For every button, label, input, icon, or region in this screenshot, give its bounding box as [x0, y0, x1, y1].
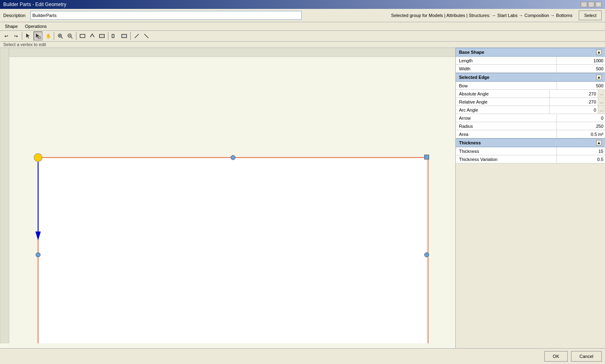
- prop-area-label: Area: [456, 130, 556, 138]
- prop-width-label: Width: [456, 65, 556, 72]
- menu-bar: Shape Operations: [0, 22, 605, 31]
- prop-thickness-variation: Thickness Variation 0.5: [456, 155, 605, 163]
- prop-thickness-value[interactable]: 15: [556, 147, 605, 155]
- tool-slash-button[interactable]: [142, 32, 151, 40]
- add-arc1-button[interactable]: [110, 32, 119, 40]
- svg-rect-11: [80, 34, 85, 38]
- redo-button[interactable]: ↪: [11, 32, 20, 40]
- svg-point-21: [34, 154, 42, 162]
- zoom-out-button[interactable]: [66, 32, 74, 40]
- right-panel: Base Shape ▲ Length 1000 Width 500 Selec…: [455, 48, 605, 348]
- prop-thickness-variation-value[interactable]: 0.5: [556, 155, 605, 163]
- zoom-in-button[interactable]: [56, 32, 65, 40]
- prop-radius: Radius 250: [456, 122, 605, 130]
- status-text: Select a vertex to edit: [3, 42, 46, 47]
- selected-info: Selected group for Models | Attributes |…: [305, 13, 575, 18]
- prop-arc-angle-value[interactable]: 0: [549, 106, 598, 114]
- status-bar-top: Select a vertex to edit: [0, 42, 605, 48]
- tool-line-button[interactable]: [132, 32, 141, 40]
- description-input[interactable]: [30, 11, 302, 20]
- prop-radius-value[interactable]: 250: [556, 122, 605, 130]
- svg-line-5: [61, 37, 63, 38]
- svg-rect-19: [9, 48, 455, 57]
- separator-1: [22, 32, 22, 40]
- svg-rect-18: [0, 48, 9, 343]
- add-rect-button[interactable]: [78, 32, 87, 40]
- title-buttons: ─ □ ✕: [581, 2, 602, 7]
- add-arc2-button[interactable]: [120, 32, 129, 40]
- prop-abs-angle-value[interactable]: 270: [549, 90, 598, 97]
- prop-area-value: 0.5 m²: [556, 130, 605, 138]
- separator-4: [108, 32, 108, 40]
- prop-abs-angle: Absolute Angle 270 …: [456, 90, 605, 98]
- selected-edge-header: Selected Edge ▲: [456, 73, 605, 82]
- separator-5: [130, 32, 131, 40]
- add-poly-button[interactable]: [88, 32, 97, 40]
- prop-arc-angle-label: Arc Angle: [456, 106, 549, 114]
- svg-rect-22: [425, 155, 429, 159]
- prop-rel-angle-label: Relative Angle: [456, 98, 549, 106]
- title-text: Builder Parts - Edit Geometry: [3, 2, 66, 7]
- close-button[interactable]: ✕: [595, 2, 602, 7]
- move-tool-button[interactable]: ✋: [43, 32, 52, 40]
- prop-arrow-label: Arrow: [456, 114, 556, 122]
- prop-width: Width 500: [456, 65, 605, 73]
- prop-length: Length 1000: [456, 57, 605, 65]
- separator-2: [54, 32, 54, 40]
- select-pointer-button[interactable]: [24, 32, 33, 40]
- maximize-button[interactable]: □: [588, 2, 594, 7]
- prop-arc-angle-btn[interactable]: …: [598, 106, 605, 114]
- prop-width-value[interactable]: 500: [556, 65, 605, 72]
- minimize-button[interactable]: ─: [581, 2, 587, 7]
- selected-edge-collapse[interactable]: ▲: [596, 74, 602, 80]
- prop-bow-label: Bow: [456, 82, 556, 89]
- svg-marker-0: [26, 34, 30, 38]
- prop-length-label: Length: [456, 57, 556, 64]
- svg-line-9: [71, 37, 72, 38]
- prop-abs-angle-btn[interactable]: …: [598, 90, 605, 97]
- prop-radius-label: Radius: [456, 122, 556, 130]
- prop-area: Area 0.5 m²: [456, 130, 605, 138]
- shape-canvas: [0, 48, 455, 343]
- svg-rect-20: [38, 158, 428, 344]
- prop-arrow: Arrow 0: [456, 114, 605, 122]
- canvas-area[interactable]: Click and drag to add a guide line: [0, 48, 455, 348]
- main-window: Description Selected group for Models | …: [0, 9, 605, 364]
- prop-thickness: Thickness 15: [456, 147, 605, 155]
- thickness-collapse[interactable]: ▲: [596, 140, 602, 146]
- ok-button[interactable]: OK: [544, 351, 568, 362]
- prop-length-value[interactable]: 1000: [556, 57, 605, 64]
- svg-line-16: [135, 34, 139, 38]
- bottom-bar: OK Cancel: [0, 348, 605, 364]
- thickness-title: Thickness: [459, 140, 481, 145]
- svg-rect-2: [39, 37, 40, 38]
- prop-rel-angle-value[interactable]: 270: [549, 98, 598, 106]
- svg-rect-14: [112, 34, 114, 38]
- svg-rect-15: [122, 34, 127, 38]
- prop-arc-angle: Arc Angle 0 …: [456, 106, 605, 114]
- svg-point-25: [231, 155, 235, 160]
- undo-button[interactable]: ↩: [2, 32, 11, 40]
- base-shape-header: Base Shape ▲: [456, 48, 605, 57]
- svg-point-28: [425, 252, 429, 257]
- prop-rel-angle: Relative Angle 270 …: [456, 98, 605, 106]
- prop-rel-angle-btn[interactable]: …: [598, 98, 605, 106]
- base-shape-collapse[interactable]: ▲: [596, 49, 602, 55]
- thickness-header: Thickness ▲: [456, 138, 605, 147]
- prop-bow: Bow 500: [456, 82, 605, 90]
- prop-bow-value[interactable]: 500: [556, 82, 605, 89]
- prop-arrow-value[interactable]: 0: [556, 114, 605, 122]
- svg-line-17: [144, 34, 148, 38]
- add-tool3-button[interactable]: [97, 32, 106, 40]
- svg-point-27: [36, 252, 40, 257]
- description-label: Description: [3, 13, 25, 18]
- menu-operations[interactable]: Operations: [22, 23, 50, 30]
- title-bar: Builder Parts - Edit Geometry ─ □ ✕: [0, 0, 605, 9]
- select-button[interactable]: Select: [579, 11, 602, 20]
- menu-shape[interactable]: Shape: [2, 23, 21, 30]
- prop-thickness-variation-label: Thickness Variation: [456, 155, 556, 163]
- toolbar: ↩ ↪ ✋: [0, 31, 605, 42]
- select-vertex-button[interactable]: [34, 32, 42, 40]
- svg-text:✋: ✋: [46, 33, 51, 39]
- cancel-button[interactable]: Cancel: [571, 351, 602, 362]
